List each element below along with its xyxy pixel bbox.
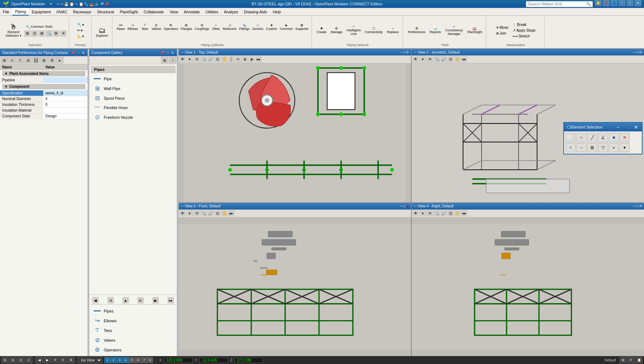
nominal-diameter-value[interactable]: 4 <box>43 96 88 102</box>
es-grid-sel-btn[interactable]: ⊞ <box>587 143 597 152</box>
gallery-pipes-btn[interactable]: ━━ Pipes <box>115 22 126 32</box>
vp4-zoom-out-icon[interactable]: 🔍 <box>434 210 440 216</box>
gallery-reducers-btn[interactable]: ◁ Reducers <box>222 22 238 32</box>
group-header-plant[interactable]: ▼ Plant Associated Items <box>0 70 88 77</box>
join-button[interactable]: ⊕ Join <box>494 31 510 36</box>
es-close-icon[interactable]: ✕ <box>633 123 639 131</box>
gallery-operators-btn[interactable]: ⚙ Operators <box>162 22 179 32</box>
notification-icon[interactable]: 🔔 <box>595 0 601 6</box>
view-num-2[interactable]: 2 <box>111 357 116 363</box>
props-row-component-state[interactable]: Component State Design <box>0 113 88 119</box>
gallery-pin-icon[interactable]: 📌 <box>160 51 165 55</box>
es-minimize-icon[interactable]: − <box>616 123 620 131</box>
bottom-tool-4[interactable]: ⊙ <box>25 357 32 363</box>
vp1-render-icon[interactable]: ◈ <box>249 56 255 63</box>
ribbon-search-input[interactable] <box>528 2 585 6</box>
gallery-bottom-elbows[interactable]: ↪ Elbows <box>91 316 175 325</box>
gallery-toolbar-btn1[interactable]: ⊞ <box>161 57 168 63</box>
es-filter-sel-btn[interactable]: ▽ <box>598 143 608 152</box>
vp1-pan-icon[interactable]: ✋ <box>221 56 228 63</box>
vp1-clip-icon[interactable]: ✂ <box>235 56 241 63</box>
vp1-fit-icon[interactable]: ⊡ <box>214 56 221 63</box>
gallery-olets-btn[interactable]: ○ Olets <box>211 22 222 32</box>
bottom-right-2[interactable]: ⟳ <box>627 357 635 363</box>
gallery-item-spool-piece[interactable]: ⊟ Spool Piece <box>91 93 175 103</box>
primary-tool-3[interactable]: 📐 ▾ <box>75 33 86 39</box>
props-group-icon[interactable]: ⊟ <box>24 57 32 63</box>
props-expand-icon[interactable]: ⊞ <box>40 57 48 63</box>
props-columns-icon[interactable]: ┃┃ <box>32 57 40 63</box>
view-num-4[interactable]: 4 <box>123 357 129 363</box>
gallery-bottom-operators[interactable]: ⚙ Operators <box>91 345 175 355</box>
menu-view[interactable]: View <box>167 8 181 15</box>
apply-slope-button[interactable]: ↗ Apply Slope <box>511 28 537 33</box>
create-button[interactable]: ✚ Create <box>315 26 328 35</box>
vp4-pan-icon[interactable]: ✋ <box>454 210 461 216</box>
menu-annotate[interactable]: Annotate <box>181 8 203 15</box>
vp3-more-icon[interactable]: ▸▸ <box>228 210 234 216</box>
vp1-view-icon[interactable]: 👁 <box>179 56 186 63</box>
vp3-pan-icon[interactable]: ✋ <box>221 210 228 216</box>
vp4-fit-icon[interactable]: ⊡ <box>447 210 454 216</box>
props-row-nominal-diameter[interactable]: Nominal Diameter 4 <box>0 96 88 102</box>
vp2-sync-icon[interactable]: ⟳ <box>639 50 642 54</box>
gallery-common-btn[interactable]: ◈ Common <box>279 22 294 32</box>
gallery-toolbar-btn2[interactable]: ☆ <box>169 57 176 63</box>
gallery-item-wall-pipe[interactable]: ⊞ Wall Pipe <box>91 84 175 93</box>
gallery-more-icon[interactable]: ▸▸ <box>167 297 174 304</box>
menu-analyze[interactable]: Analyze <box>221 8 241 15</box>
connectivity-button[interactable]: ⬡ Connectivity <box>363 26 384 35</box>
vp1-more-icon[interactable]: ▸▸ <box>255 56 262 63</box>
vp4-maximize-btn[interactable]: □ <box>636 204 638 208</box>
view-select[interactable]: Iso View Top Front Right <box>78 357 102 363</box>
menu-utilities[interactable]: Utilities <box>203 8 221 15</box>
es-blue-sq-btn[interactable]: ■ <box>609 133 619 142</box>
menu-file[interactable]: File <box>0 8 12 15</box>
specification-value[interactable]: awwa_fi_di <box>43 90 88 96</box>
sel-icon-2[interactable]: ⊡ <box>31 30 38 37</box>
menu-piping[interactable]: Piping <box>12 8 29 15</box>
props-more-icon[interactable]: ▸ <box>56 57 63 63</box>
vp2-zoom-out-icon[interactable]: 🔍 <box>434 56 440 63</box>
move-button[interactable]: ✛ Move <box>494 25 510 30</box>
menu-collaborate[interactable]: Collaborate <box>141 8 167 15</box>
help-icon[interactable]: ❓ <box>603 0 609 6</box>
gallery-couplings-btn[interactable]: ⊟ Couplings <box>193 22 210 32</box>
vp3-rotate-icon[interactable]: ⟳ <box>194 210 200 216</box>
vp3-menu-icon[interactable]: ▾ <box>186 210 193 216</box>
bottom-tool-3[interactable]: ⊡ <box>17 357 24 363</box>
vp2-menu-icon[interactable]: ▾ <box>419 56 426 63</box>
menu-plantsight[interactable]: PlantSight <box>117 8 140 15</box>
pipeline-value[interactable] <box>43 77 88 83</box>
es-circle-sel-btn[interactable]: ○ <box>576 133 586 142</box>
vp1-maximize-btn[interactable]: □ <box>403 50 405 54</box>
es-line-sel-btn[interactable]: ╱ <box>587 133 597 142</box>
gallery-custom-btn[interactable]: ★ Custom <box>265 22 278 32</box>
explorer-button[interactable]: 🗂 Explorer <box>94 26 110 39</box>
primary-tool-2[interactable]: ✏ ▾ <box>75 28 86 33</box>
ribbon-search[interactable]: 🔍 <box>526 1 593 7</box>
bottom-right-3[interactable]: 📋 <box>635 357 643 363</box>
gallery-next-icon[interactable]: ▶ <box>152 297 159 304</box>
gallery-item-flexible-hose[interactable]: 〰 Flexible Hose <box>91 103 175 112</box>
vp2-pan-icon[interactable]: ✋ <box>454 56 461 63</box>
vp1-menu-icon[interactable]: ▾ <box>186 56 193 63</box>
es-rect-sel-btn[interactable]: ⬜ <box>565 133 576 142</box>
gallery-supports-btn[interactable]: ⊠ Supports <box>294 22 309 32</box>
primary-tool-1[interactable]: 🔧 ▾ <box>75 22 86 27</box>
vp2-view-icon[interactable]: 👁 <box>412 56 419 63</box>
vp4-rotate-icon[interactable]: ⟳ <box>427 210 433 216</box>
gallery-valves-btn[interactable]: ⊘ Valves <box>151 22 162 32</box>
vp2-maximize-btn[interactable]: □ <box>636 50 638 54</box>
manage-button[interactable]: ⚙ Manage <box>329 26 344 35</box>
intelligent-line-button[interactable]: 〰 IntelligentLine <box>345 24 363 37</box>
vp3-zoom-in-icon[interactable]: 🔎 <box>207 210 214 216</box>
vp3-close-btn[interactable]: ✕ <box>406 204 409 208</box>
vp2-minimize-btn[interactable]: ─ <box>633 50 635 54</box>
viewport-1-canvas[interactable] <box>179 63 411 202</box>
preferences-button[interactable]: ⚙ Preferences <box>406 26 427 35</box>
props-settings-icon[interactable]: ⚙ <box>48 57 55 63</box>
panel-pin-icon[interactable]: 📌 <box>70 51 76 55</box>
sel-icon-3[interactable]: ⊞ <box>39 30 45 37</box>
panel-minimize-icon[interactable]: − <box>77 51 80 55</box>
